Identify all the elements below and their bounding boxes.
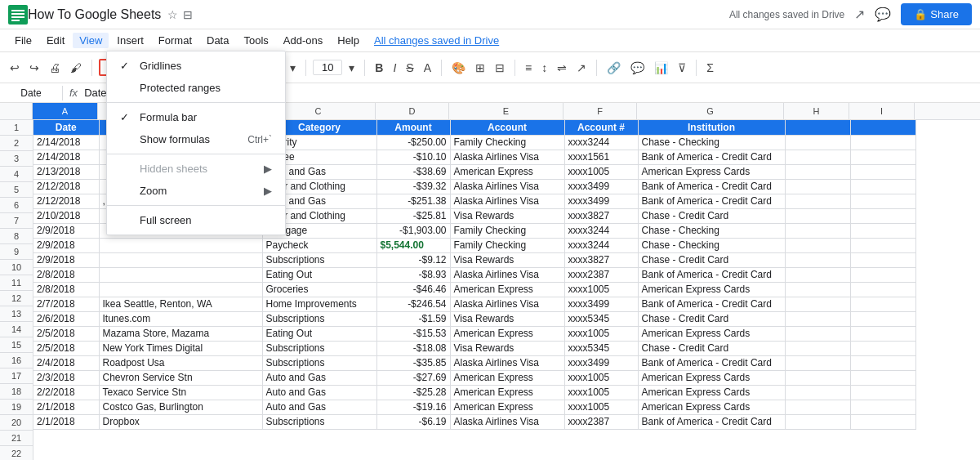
table-cell[interactable]: -$25.28 (376, 385, 450, 400)
row-num-4[interactable]: 4 (0, 167, 33, 182)
table-cell[interactable] (850, 297, 915, 311)
table-cell[interactable]: Auto and Gas (262, 385, 376, 400)
table-cell[interactable]: xxxx1005 (564, 385, 638, 400)
menu-tools[interactable]: Tools (237, 33, 274, 48)
table-cell[interactable]: xxxx3499 (564, 355, 638, 370)
table-cell[interactable]: Account (450, 120, 564, 135)
table-cell[interactable]: xxxx1005 (564, 282, 638, 297)
comment-button[interactable]: 💬 (627, 60, 648, 76)
table-cell[interactable]: Alaska Airlines Visa (450, 150, 564, 164)
table-cell[interactable] (99, 267, 262, 282)
table-cell[interactable] (785, 385, 850, 400)
table-cell[interactable]: Costco Gas, Burlington (99, 400, 262, 414)
table-cell[interactable] (850, 150, 915, 164)
table-cell[interactable]: Family Checking (450, 135, 564, 150)
table-cell[interactable] (785, 355, 850, 370)
table-cell[interactable]: American Express Cards (638, 164, 785, 179)
table-cell[interactable]: -$15.53 (376, 326, 450, 341)
italic-button[interactable]: I (390, 60, 399, 76)
col-header-e[interactable]: E (449, 103, 564, 119)
table-cell[interactable]: Date (33, 120, 99, 135)
table-cell[interactable]: American Express Cards (638, 282, 785, 297)
table-cell[interactable] (785, 135, 850, 150)
table-cell[interactable]: Paycheck (262, 238, 376, 252)
cell-reference-input[interactable] (7, 87, 56, 99)
table-cell[interactable]: American Express Cards (638, 385, 785, 400)
table-cell[interactable]: $5,544.00 (376, 238, 450, 252)
link-button[interactable]: 🔗 (604, 60, 624, 76)
paint-format-button[interactable]: 🖌 (67, 60, 85, 76)
table-cell[interactable]: xxxx1561 (564, 150, 638, 164)
table-cell[interactable]: xxxx5345 (564, 311, 638, 326)
row-num-8[interactable]: 8 (0, 229, 33, 244)
table-cell[interactable]: Chase - Checking (638, 135, 785, 150)
folder-icon[interactable]: ⊟ (183, 8, 193, 21)
table-cell[interactable]: American Express (450, 282, 564, 297)
table-cell[interactable]: American Express Cards (638, 400, 785, 414)
row-num-1[interactable]: 1 (0, 120, 33, 136)
table-cell[interactable] (850, 179, 915, 194)
table-cell[interactable]: Bank of America - Credit Card (638, 355, 785, 370)
table-cell[interactable] (785, 414, 850, 429)
table-cell[interactable]: 2/8/2018 (33, 267, 99, 282)
menu-help[interactable]: Help (331, 33, 366, 48)
borders-button[interactable]: ⊞ (472, 60, 488, 76)
table-cell[interactable]: American Express (450, 326, 564, 341)
row-num-17[interactable]: 17 (0, 368, 33, 384)
table-cell[interactable]: 2/5/2018 (33, 341, 99, 355)
table-cell[interactable]: Alaska Airlines Visa (450, 194, 564, 208)
table-cell[interactable]: 2/2/2018 (33, 385, 99, 400)
table-cell[interactable]: Subscriptions (262, 311, 376, 326)
table-cell[interactable]: Texaco Service Stn (99, 385, 262, 400)
table-cell[interactable]: American Express (450, 400, 564, 414)
table-cell[interactable]: 2/4/2018 (33, 355, 99, 370)
row-num-21[interactable]: 21 (0, 431, 33, 446)
table-cell[interactable] (850, 341, 915, 355)
font-arrow-button[interactable]: ▾ (287, 60, 299, 76)
row-num-9[interactable]: 9 (0, 244, 33, 260)
table-cell[interactable]: Visa Rewards (450, 341, 564, 355)
table-cell[interactable]: Chase - Credit Card (638, 208, 785, 223)
col-header-a[interactable]: A (33, 103, 98, 119)
table-cell[interactable]: Alaska Airlines Visa (450, 414, 564, 429)
table-cell[interactable]: Account # (564, 120, 638, 135)
table-cell[interactable]: Alaska Airlines Visa (450, 179, 564, 194)
col-header-f[interactable]: F (564, 103, 637, 119)
table-cell[interactable]: xxxx3244 (564, 135, 638, 150)
table-cell[interactable]: Bank of America - Credit Card (638, 297, 785, 311)
table-cell[interactable]: xxxx3827 (564, 208, 638, 223)
table-cell[interactable]: -$9.12 (376, 252, 450, 267)
table-cell[interactable]: -$250.00 (376, 135, 450, 150)
table-cell[interactable]: xxxx3827 (564, 252, 638, 267)
halign-button[interactable]: ≡ (522, 60, 535, 76)
table-cell[interactable]: Subscriptions (262, 341, 376, 355)
dropdown-item-protected-ranges[interactable]: Protected ranges (107, 77, 285, 99)
chart-button[interactable]: 📊 (651, 60, 671, 76)
row-num-7[interactable]: 7 (0, 213, 33, 229)
table-cell[interactable]: Chase - Checking (638, 223, 785, 238)
table-cell[interactable]: Visa Rewards (450, 311, 564, 326)
table-cell[interactable] (785, 223, 850, 238)
table-cell[interactable]: 2/14/2018 (33, 150, 99, 164)
menu-format[interactable]: Format (152, 33, 198, 48)
row-num-19[interactable]: 19 (0, 400, 33, 415)
dropdown-item-formula-bar[interactable]: ✓ Formula bar (107, 106, 285, 128)
table-cell[interactable]: American Express (450, 370, 564, 385)
table-cell[interactable]: Subscriptions (262, 252, 376, 267)
table-cell[interactable]: xxxx1005 (564, 326, 638, 341)
table-cell[interactable] (785, 311, 850, 326)
table-cell[interactable]: Alaska Airlines Visa (450, 297, 564, 311)
row-num-3[interactable]: 3 (0, 151, 33, 167)
text-color-button[interactable]: A (421, 60, 434, 76)
filter-button[interactable]: ⊽ (675, 60, 689, 76)
table-cell[interactable]: xxxx2387 (564, 414, 638, 429)
menu-data[interactable]: Data (200, 33, 235, 48)
table-cell[interactable] (99, 238, 262, 252)
row-num-12[interactable]: 12 (0, 291, 33, 306)
table-cell[interactable]: 2/13/2018 (33, 164, 99, 179)
table-cell[interactable]: Itunes.com (99, 311, 262, 326)
table-cell[interactable]: 2/9/2018 (33, 252, 99, 267)
menu-edit[interactable]: Edit (40, 33, 71, 48)
wrap-button[interactable]: ⇌ (554, 60, 570, 76)
merge-button[interactable]: ⊟ (492, 60, 508, 76)
